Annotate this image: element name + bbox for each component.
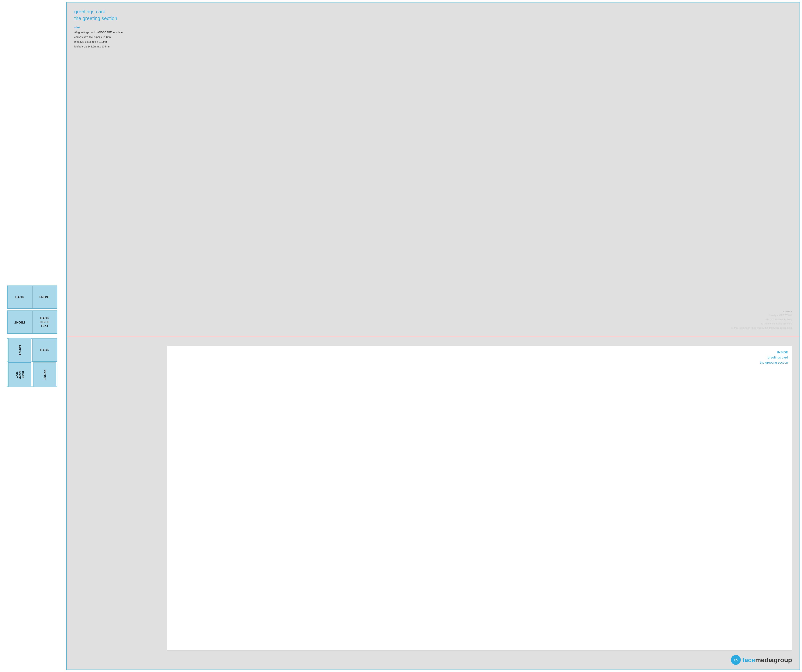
cell-divider-4 [32,363,32,386]
card-cell-back-inside-2-rotated: BACKINSIDETEXT [8,363,31,387]
inside-title: INSIDE [760,350,788,355]
card-cell-back-inside-1: BACKINSIDETEXT [32,311,57,334]
card-cell-front-1: FRONT [32,286,57,309]
card-cell-back-1: BACK [7,286,32,309]
size-details: A6 greetings card LANDSCAPE template can… [74,30,792,49]
svg-point-1 [734,659,736,660]
card-cell-front-3-rotated: FRONT [8,338,31,363]
logo-mediagroup: mediagroup [755,656,792,664]
card-row-1: BACK FRONT [7,285,57,309]
inside-label: INSIDE greetings card the greeting secti… [760,350,788,365]
left-panel: BACK FRONT FRONT BACKINSIDETEXT FRONT BA… [0,0,64,672]
main-canvas: greetings card the greeting section size… [66,2,800,670]
artwork-line4: to be printed inside this card [761,322,792,325]
size-line1: A6 greetings card LANDSCAPE template [74,30,792,35]
size-label: size [74,26,792,29]
card-title: greetings card the greeting section [74,8,792,22]
card-cell-back-3: BACK [32,339,57,361]
inside-white-box: INSIDE greetings card the greeting secti… [167,346,792,651]
card-row-2: FRONT BACKINSIDETEXT [7,311,57,334]
bottom-section: INSIDE greetings card the greeting secti… [67,336,800,670]
artwork-line3: should be the only thing [766,318,792,321]
right-panel: greetings card the greeting section size… [64,0,802,672]
artwork-line5: IF that is so, then keep type within the… [731,326,792,329]
title-line1: greetings card [74,9,105,15]
top-section: greetings card the greeting section size… [67,2,800,336]
size-line3: trim size 148.5mm x 210mm [74,39,792,44]
face-icon-svg [732,656,739,663]
card-row-4: BACKINSIDETEXT FRONT [7,363,57,387]
artwork-note: artwork ideally a GREETING should be the… [731,309,792,330]
inside-card-name: greetings card [760,355,788,360]
facemedia-icon [731,655,741,665]
size-line4: folded size 148.5mm x 105mm [74,44,792,49]
size-line2: canvas size 152.5mm x 214mm [74,35,792,39]
inside-section-name: the greeting section [760,360,788,365]
card-cell-front-4-rotated: FRONT [33,363,56,387]
artwork-line2: ideally a GREETING [770,314,792,317]
artwork-title: artwork [783,310,792,313]
title-line2: the greeting section [74,16,117,21]
facemediagroup-logo: facemediagroup [731,655,792,665]
logo-face: face [742,656,755,664]
facemedia-text: facemediagroup [742,656,792,664]
card-row-3: FRONT BACK [7,338,57,362]
svg-point-0 [733,657,739,663]
svg-point-2 [736,659,737,660]
card-cell-front-2-rotated: FRONT [7,311,32,334]
